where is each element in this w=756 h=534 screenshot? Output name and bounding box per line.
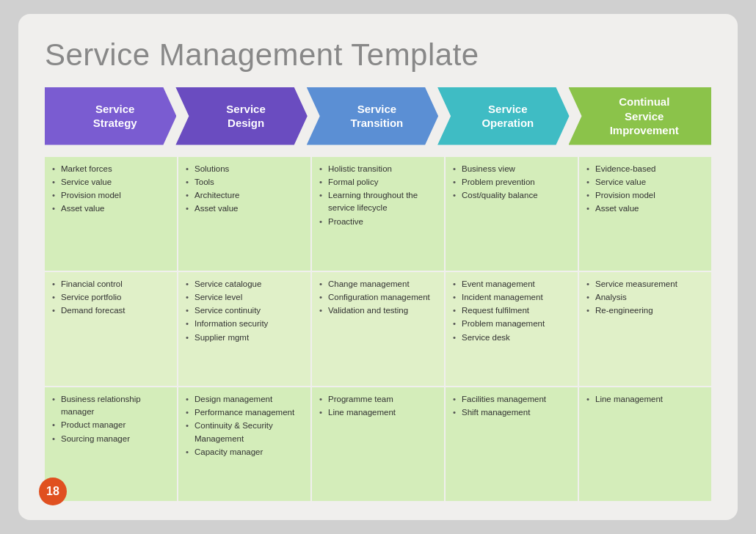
list-item: Product manager (52, 419, 170, 431)
list-item: Provision model (586, 189, 704, 202)
list-item: Asset value (586, 202, 704, 215)
list-item: Analysis (586, 291, 704, 304)
list-item: Supplier mgmt (186, 332, 303, 344)
list-item: Business relationship manager (52, 393, 170, 419)
list-item: Line management (319, 406, 437, 419)
list-item: Request fulfilment (453, 304, 570, 317)
list-item: Event management (453, 278, 570, 290)
banner-csi: ContinualServiceImprovement (569, 87, 712, 145)
list-item: Configuration management (319, 291, 437, 304)
slide-title: Service Management Template (45, 37, 711, 73)
list-item: Tools (186, 176, 303, 189)
content-row-2: Financial control Service portfolio Dema… (45, 272, 711, 387)
list-item: Service portfolio (52, 291, 170, 304)
banner-strategy: ServiceStrategy (45, 87, 176, 145)
list-item: Facilities management (453, 393, 570, 406)
banner-transition-label: ServiceTransition (351, 102, 404, 131)
list-item: Design management (186, 393, 303, 406)
list-item: Service continuity (186, 304, 303, 317)
list-item: Service value (586, 176, 704, 189)
list-item: Financial control (52, 278, 170, 290)
list-item: Market forces (52, 163, 170, 175)
list-item: Change management (319, 278, 437, 290)
cell-3-3: Programme team Line management (312, 387, 446, 501)
banner-operation: ServiceOperation (437, 87, 569, 145)
list-item: Capacity manager (186, 446, 303, 458)
cell-1-3: Holistic transition Formal policy Learni… (312, 157, 446, 271)
cell-2-1: Financial control Service portfolio Dema… (45, 272, 178, 386)
list-item: Asset value (52, 202, 170, 215)
cell-3-2: Design management Performance management… (178, 387, 312, 501)
list-item: Incident management (453, 291, 570, 304)
list-item: Formal policy (319, 176, 437, 189)
list-item: Shift management (453, 406, 570, 419)
list-item: Business view (453, 163, 570, 175)
page-number-badge: 18 (39, 478, 67, 505)
list-item: Service catalogue (186, 278, 303, 290)
cell-1-4: Business view Problem prevention Cost/qu… (446, 157, 579, 271)
list-item: Sourcing manager (52, 433, 170, 445)
banner-strategy-label: ServiceStrategy (93, 102, 137, 131)
cell-2-4: Event management Incident management Req… (446, 272, 579, 386)
list-item: Architecture (186, 189, 303, 202)
list-item: Performance management (186, 406, 303, 419)
banner-design: ServiceDesign (175, 87, 307, 145)
banner-design-label: ServiceDesign (226, 102, 265, 131)
list-item: Provision model (52, 189, 170, 202)
cell-3-5: Line management (579, 387, 711, 501)
list-item: Holistic transition (319, 163, 437, 175)
list-item: Service level (186, 291, 303, 304)
list-item: Problem prevention (453, 176, 570, 189)
list-item: Continuity & Security Management (186, 420, 303, 445)
banner-row: ServiceStrategy ServiceDesign ServiceTra… (45, 87, 711, 145)
cell-1-5: Evidence-based Service value Provision m… (579, 157, 711, 271)
list-item: Service value (52, 176, 170, 189)
list-item: Demand forecast (52, 304, 170, 317)
list-item: Validation and testing (319, 304, 437, 317)
cell-2-2: Service catalogue Service level Service … (178, 272, 312, 386)
banner-operation-label: ServiceOperation (481, 102, 534, 131)
banner-csi-label: ContinualServiceImprovement (610, 95, 679, 138)
cell-3-4: Facilities management Shift management (446, 387, 579, 501)
list-item: Information security (186, 318, 303, 330)
slide: Service Management Template ServiceStrat… (18, 14, 738, 520)
list-item: Service measurement (586, 278, 704, 290)
list-item: Programme team (319, 393, 437, 406)
list-item: Solutions (186, 163, 303, 175)
list-item: Cost/quality balance (453, 189, 570, 202)
content-grid: Market forces Service value Provision mo… (45, 157, 711, 503)
list-item: Problem management (453, 318, 570, 330)
content-row-3: Business relationship manager Product ma… (45, 387, 711, 502)
cell-1-1: Market forces Service value Provision mo… (45, 157, 178, 271)
page-number: 18 (46, 485, 59, 498)
list-item: Service desk (453, 332, 570, 344)
list-item: Learning throughout the service lifecycl… (319, 189, 437, 215)
cell-1-2: Solutions Tools Architecture Asset value (178, 157, 312, 271)
cell-2-3: Change management Configuration manageme… (312, 272, 446, 386)
list-item: Re-engineering (586, 304, 704, 317)
list-item: Evidence-based (586, 163, 704, 175)
cell-2-5: Service measurement Analysis Re-engineer… (579, 272, 711, 386)
list-item: Line management (586, 393, 704, 406)
content-row-1: Market forces Service value Provision mo… (45, 157, 711, 272)
list-item: Proactive (319, 216, 437, 228)
banner-transition: ServiceTransition (307, 87, 438, 145)
list-item: Asset value (186, 202, 303, 215)
